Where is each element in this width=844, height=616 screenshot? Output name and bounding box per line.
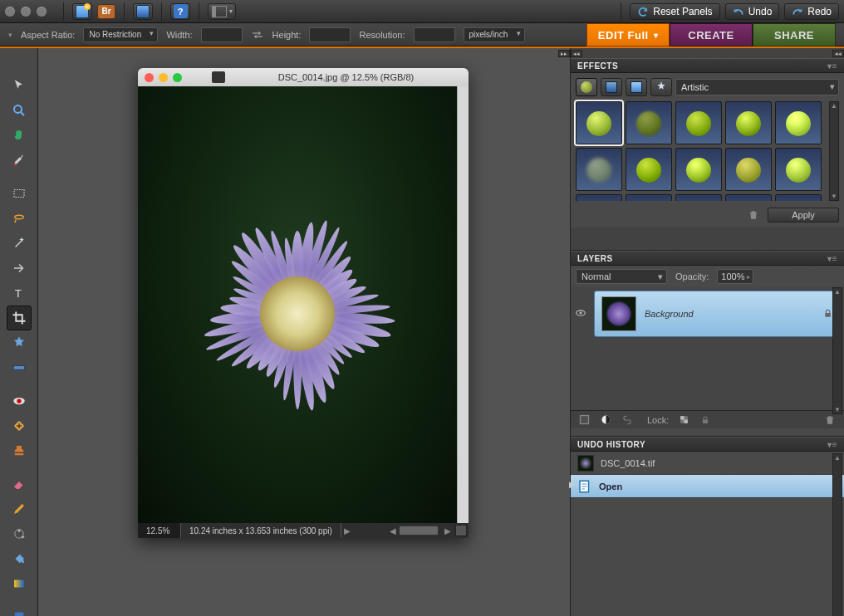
magic-wand-tool[interactable] (7, 231, 32, 256)
document-vscrollbar[interactable] (457, 86, 469, 523)
link-layers-button[interactable] (621, 413, 634, 427)
tab-create[interactable]: CREATE (670, 23, 753, 46)
chevron-down-icon[interactable]: ▾ (8, 31, 12, 39)
doc-close-icon[interactable] (145, 73, 154, 82)
layout-picker-button[interactable]: ▾ (208, 3, 236, 20)
fx-thumb[interactable] (626, 101, 672, 144)
smart-brush-tool[interactable] (7, 521, 32, 546)
fx-thumb[interactable] (725, 194, 772, 201)
resolution-input[interactable] (414, 27, 455, 42)
history-item[interactable]: ▶ Open (571, 475, 844, 498)
new-layer-button[interactable] (577, 413, 591, 427)
document-titlebar[interactable]: DSC_0014.jpg @ 12.5% (RGB/8) (138, 68, 469, 86)
healing-brush-tool[interactable] (7, 413, 32, 438)
window-close-dot[interactable] (5, 7, 15, 17)
tab-edit[interactable]: EDIT Full (586, 23, 670, 46)
swap-icon[interactable] (251, 30, 264, 40)
fx-photo-tab[interactable] (626, 78, 647, 96)
undo-button[interactable]: Undo (725, 3, 780, 20)
panel-menu-icon[interactable]: ▾≡ (827, 440, 837, 449)
help-button[interactable]: ? (170, 3, 190, 20)
eyedropper-tool[interactable] (7, 148, 32, 173)
bridge-button[interactable]: Br (97, 4, 115, 19)
red-eye-tool[interactable] (7, 389, 32, 413)
cookie-cutter-tool[interactable] (7, 330, 32, 355)
lock-pixels-button[interactable] (677, 413, 690, 427)
save-button[interactable] (133, 3, 153, 20)
window-zoom-dot[interactable] (37, 7, 47, 17)
doc-min-icon[interactable] (159, 73, 168, 82)
layers-scrollbar[interactable]: ▲▼ (832, 287, 842, 414)
layer-thumbnail[interactable] (601, 296, 636, 331)
straighten-tool[interactable] (7, 355, 32, 380)
effects-scrollbar[interactable]: ▲▼ (829, 101, 839, 201)
history-scrollbar[interactable]: ▲▼ (832, 453, 842, 616)
fx-thumb[interactable] (576, 194, 622, 201)
fx-thumb[interactable] (675, 148, 722, 191)
undo-history-header[interactable]: UNDO HISTORY ▾≡ (571, 437, 844, 452)
fx-thumb[interactable] (626, 148, 672, 191)
zoom-tool[interactable] (7, 98, 32, 123)
quick-selection-tool[interactable] (7, 256, 32, 281)
lock-all-button[interactable] (699, 413, 712, 427)
canvas-expander[interactable]: ▸▸ (558, 50, 570, 57)
reset-panels-button[interactable]: Reset Panels (630, 3, 719, 20)
panels-left-expander[interactable]: ◂◂ (571, 50, 582, 57)
crop-tool[interactable] (7, 306, 32, 330)
layer-visibility-icon[interactable] (574, 307, 587, 320)
clone-stamp-tool[interactable] (7, 438, 32, 463)
fx-thumb[interactable] (775, 194, 822, 201)
resize-grip-icon[interactable] (455, 525, 467, 536)
gradient-tool[interactable] (7, 571, 32, 596)
panel-menu-icon[interactable]: ▾≡ (827, 254, 837, 263)
redo-button[interactable]: Redo (784, 3, 839, 20)
fx-filters-tab[interactable] (576, 78, 597, 96)
panels-right-expander[interactable]: ◂◂ (832, 50, 844, 57)
fx-thumb[interactable] (775, 148, 822, 191)
delete-layer-button[interactable] (822, 413, 837, 427)
aspect-ratio-dropdown[interactable]: No Restriction (83, 27, 158, 42)
fx-all-tab[interactable] (650, 78, 672, 96)
effects-trash-button[interactable] (746, 208, 761, 222)
fx-thumb[interactable] (675, 194, 722, 201)
effects-header[interactable]: EFFECTS ▾≡ (571, 58, 844, 73)
lasso-tool[interactable] (7, 206, 32, 231)
fx-thumb[interactable] (675, 101, 722, 144)
fx-category-dropdown[interactable]: Artistic (675, 79, 839, 95)
paint-bucket-tool[interactable] (7, 546, 32, 571)
opacity-field[interactable]: 100% (717, 269, 753, 284)
effects-apply-button[interactable]: Apply (768, 208, 839, 222)
window-min-dot[interactable] (21, 7, 31, 17)
fx-thumb[interactable] (725, 101, 772, 144)
marquee-tool[interactable] (7, 181, 32, 206)
layer-name[interactable]: Background (645, 309, 694, 319)
fx-thumb[interactable] (576, 148, 622, 191)
history-item[interactable]: DSC_0014.tif (571, 452, 844, 475)
document-hscrollbar[interactable] (399, 526, 439, 535)
panel-menu-icon[interactable]: ▾≡ (827, 61, 837, 71)
layers-header[interactable]: LAYERS ▾≡ (571, 251, 844, 266)
resolution-units-dropdown[interactable]: pixels/inch (464, 27, 525, 42)
blend-mode-dropdown[interactable]: Normal (576, 269, 667, 284)
shape-tool[interactable] (7, 604, 32, 616)
fx-thumb[interactable] (725, 148, 772, 191)
width-input[interactable] (201, 27, 243, 42)
pencil-tool[interactable] (7, 496, 32, 521)
layer-row[interactable]: Background (574, 291, 841, 337)
type-tool[interactable]: T (7, 281, 32, 306)
zoom-field[interactable]: 12.5% (138, 523, 181, 538)
height-input[interactable] (309, 27, 351, 42)
document-image[interactable]: // placeholder; petals appended after sc… (138, 86, 457, 523)
fx-styles-tab[interactable] (601, 78, 622, 96)
fx-thumb[interactable] (626, 194, 672, 201)
status-info[interactable]: 10.24 inches x 13.653 inches (300 ppi) (181, 523, 341, 538)
hscroll-right-icon[interactable]: ▶ (442, 526, 454, 535)
hscroll-left-icon[interactable]: ◀ (387, 526, 399, 535)
new-doc-button[interactable] (72, 3, 92, 20)
fx-thumb[interactable] (576, 101, 622, 144)
fx-thumb[interactable] (775, 101, 822, 144)
status-arrow-icon[interactable]: ▶ (341, 526, 353, 535)
doc-zoom-icon[interactable] (173, 73, 182, 82)
eraser-tool[interactable] (7, 472, 32, 496)
move-tool[interactable] (7, 73, 32, 98)
